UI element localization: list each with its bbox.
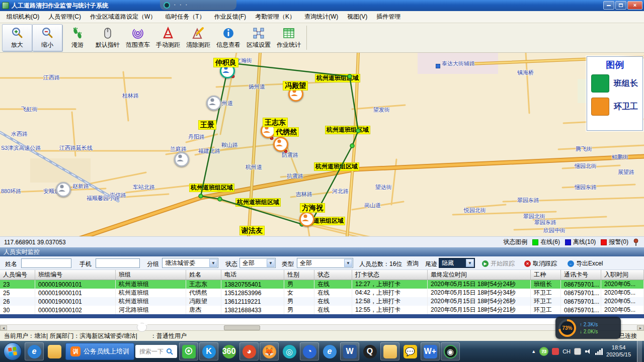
netspeed-overlay[interactable]: 73% ↑ 2.3K/s ↓ 2.0K/s xyxy=(555,317,621,339)
export-arrow-icon: ← xyxy=(568,260,574,267)
personnel-table: 人员编号班组编号班组姓名电话性别状态打卡状态最终定位时间工种通讯卡号入职时间 2… xyxy=(0,270,644,330)
taskbar-search-box[interactable]: 搜索一下 xyxy=(135,345,177,358)
menu-item[interactable]: 作业区域道路设定（W） xyxy=(86,11,160,23)
person-marker[interactable] xyxy=(56,182,71,197)
screen-recorder-overlay[interactable]: · · · xyxy=(160,0,236,10)
taskbar-app-red-icon[interactable]: ◕ xyxy=(239,342,259,360)
table-row[interactable]: 300000019000102河北路班组唐杰13821688433男在线12:5… xyxy=(0,306,644,314)
taskbar-folder2-icon[interactable] xyxy=(380,342,399,360)
toolbar-button-measure[interactable]: 手动测距 xyxy=(153,24,183,51)
start-button[interactable] xyxy=(4,342,22,360)
tray-360-ball[interactable]: 73 xyxy=(539,347,548,356)
map-canvas[interactable]: 文瀚街江西路桂林路飞虹街扬州道广州道望发街泰达大街辅路镇海桥水西路S3津滨高速公… xyxy=(0,53,644,236)
header-cell[interactable]: 工种 xyxy=(531,270,561,280)
cell: 2020年05月15日 18时54分24秒 xyxy=(428,280,531,289)
phone-input[interactable] xyxy=(96,258,140,268)
volume-icon[interactable] xyxy=(585,348,592,355)
menu-item[interactable]: 视图(V) xyxy=(343,11,372,23)
person-marker[interactable] xyxy=(206,96,221,111)
table-row[interactable]: 250000019000101杭州道班组代绣然13512853996女在线04:… xyxy=(0,289,644,297)
taskbar-firefox-icon[interactable]: 🦊 xyxy=(260,342,279,360)
tray-keyboard-icon[interactable] xyxy=(574,348,581,355)
name-input[interactable] xyxy=(21,258,71,268)
status-select[interactable]: 全部 ▼ xyxy=(239,258,276,268)
taskbar-pinned-training-button[interactable]: 训 公务员线上培训 xyxy=(65,343,134,360)
toolbar-button-default-pointer[interactable]: 默认指针 xyxy=(93,24,123,51)
person-name-label: 谢法友 xyxy=(239,226,265,235)
menu-item[interactable]: 考勤管理（K） xyxy=(251,11,300,23)
toolbar-button-zoom-in[interactable]: 放大 xyxy=(2,24,32,51)
header-cell[interactable]: 性别 xyxy=(284,270,314,280)
toolbar-button-zoom-out[interactable]: 缩小 xyxy=(32,24,62,51)
window-close-button[interactable]: × xyxy=(627,1,642,10)
menu-bar: 组织机构(O)人员管理(C)作业区域道路设定（W）临时任务（T）作业反馈(F)考… xyxy=(0,11,644,23)
taskbar-chat-icon[interactable]: 💬 xyxy=(400,342,420,360)
header-cell[interactable]: 班组编号 xyxy=(35,270,116,280)
toolbar-button-region-setting[interactable]: 区域设置 xyxy=(244,24,274,51)
toolbar-button-work-stats[interactable]: 作业统计 xyxy=(274,24,304,51)
network-icon[interactable] xyxy=(595,348,603,355)
window-minimize-button[interactable] xyxy=(603,1,614,10)
pin-icon[interactable] xyxy=(632,238,640,246)
taskbar-folder-icon[interactable] xyxy=(45,342,64,360)
taskbar-wechat-icon[interactable]: ⦿ xyxy=(179,342,198,360)
taskbar-app-teal-icon[interactable]: ◎ xyxy=(280,342,299,360)
ime-cat-icon[interactable] xyxy=(137,323,148,333)
window-maximize-button[interactable] xyxy=(615,1,626,10)
scroll-left-arrow-icon[interactable]: ◄ xyxy=(0,325,7,330)
start-track-button[interactable]: ▶ 开始跟踪 xyxy=(482,259,515,268)
type-select[interactable]: 全部 ▼ xyxy=(297,258,353,268)
query-button[interactable]: 查询 xyxy=(407,259,419,268)
header-cell[interactable]: 人员编号 xyxy=(0,270,35,280)
header-cell[interactable]: 状态 xyxy=(314,270,352,280)
scrollbar-thumb[interactable] xyxy=(224,325,260,330)
header-cell[interactable]: 电话 xyxy=(221,270,284,280)
table-row[interactable]: 260000019000101杭州道班组冯殿望13612119221男在线12:… xyxy=(0,297,644,306)
person-marker[interactable] xyxy=(174,152,189,167)
toolbar-button-range-search[interactable]: 范围查车 xyxy=(123,24,153,51)
person-marker[interactable] xyxy=(273,137,288,152)
status-color-square xyxy=(532,239,538,245)
header-cell[interactable]: 姓名 xyxy=(186,270,221,280)
scroll-right-arrow-icon[interactable]: ► xyxy=(637,325,644,330)
header-cell[interactable]: 最终定位时间 xyxy=(428,270,531,280)
taskbar-word-icon[interactable]: W xyxy=(340,342,359,360)
person-marker[interactable] xyxy=(299,212,314,227)
show-desktop-button[interactable] xyxy=(637,341,642,362)
cancel-track-button[interactable]: ✕ 取消跟踪 xyxy=(524,259,557,268)
tray-up-arrow-icon[interactable]: ▲ xyxy=(531,349,536,354)
menu-item[interactable]: 插件管理 xyxy=(372,11,405,23)
group-select[interactable]: 塘沽城管委 ▼ xyxy=(162,258,218,268)
taskbar-qqbrowser-icon[interactable]: ◔ xyxy=(300,342,319,360)
menu-item[interactable]: 组织机构(O) xyxy=(2,11,44,23)
taskbar-clock[interactable]: 18:54 2020/5/15 xyxy=(606,344,631,358)
toolbar-button-roam[interactable]: 漫游 xyxy=(62,24,93,51)
toolbar-button-clear-measure[interactable]: 清除测距 xyxy=(183,24,213,51)
toolbar-label: 缩小 xyxy=(41,41,53,49)
export-excel-button[interactable]: ← 导出Excel xyxy=(568,259,603,268)
legend-item-label: 班组长 xyxy=(614,78,638,89)
menu-item[interactable]: 作业反馈(F) xyxy=(210,11,251,23)
menu-item[interactable]: 人员管理(C) xyxy=(44,11,86,23)
toolbar-button-info[interactable]: 信息查看 xyxy=(213,24,244,51)
header-cell[interactable]: 班组 xyxy=(116,270,186,280)
taskbar-360-icon[interactable]: 360 xyxy=(219,342,238,360)
cell: 26 xyxy=(0,297,35,306)
horizontal-scrollbar[interactable]: ◄ ► xyxy=(0,324,644,330)
menu-item[interactable]: 查询统计(W) xyxy=(300,11,343,23)
tray-app-icon[interactable] xyxy=(552,348,559,355)
menu-item[interactable]: 临时任务（T） xyxy=(160,11,209,23)
taskbar-qq-icon[interactable]: Q xyxy=(360,342,379,360)
tray-language-indicator[interactable]: CH xyxy=(562,348,571,354)
table-row[interactable]: 230000019000101杭州道班组王志东13820755401男在线12:… xyxy=(0,280,644,289)
header-cell[interactable]: 打卡状态 xyxy=(352,270,428,280)
taskbar-obs-icon[interactable]: ◉ xyxy=(441,342,460,360)
header-cell[interactable]: 通讯卡号 xyxy=(561,270,601,280)
taskbar-ie2-icon[interactable]: e xyxy=(320,342,339,360)
taskbar-ie-icon[interactable]: e xyxy=(25,342,44,360)
header-cell[interactable]: 入职时间 xyxy=(601,270,644,280)
table-row-partial[interactable] xyxy=(0,314,644,318)
taskbar-wps-icon[interactable]: W+ xyxy=(421,342,440,360)
taskbar-kugou-icon[interactable]: K xyxy=(199,342,218,360)
trail-select[interactable]: 隐藏 ▼ xyxy=(439,258,475,268)
